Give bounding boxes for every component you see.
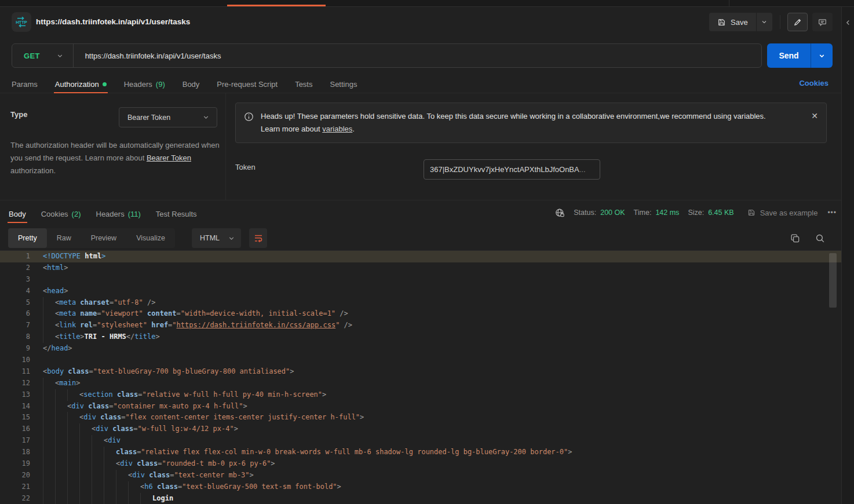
code-line: 6<meta name="viewport" content="width=de… bbox=[0, 308, 841, 320]
bearer-token-link[interactable]: Bearer Token bbox=[147, 154, 191, 162]
variables-link[interactable]: variables bbox=[322, 125, 352, 133]
response-tab-headers[interactable]: Headers(11) bbox=[96, 204, 141, 223]
indent-guide bbox=[67, 481, 79, 493]
response-meta: Status: 200 OK Time: 142 ms Size: 6.45 K… bbox=[555, 204, 837, 221]
send-options-button[interactable] bbox=[811, 43, 833, 68]
indent-guide bbox=[55, 458, 67, 470]
response-tab-test-results[interactable]: Test Results bbox=[156, 204, 197, 223]
tab-label: Body bbox=[183, 80, 200, 89]
code-line: 5<meta charset="utf-8" /> bbox=[0, 297, 841, 309]
view-tab-pretty[interactable]: Pretty bbox=[8, 228, 47, 248]
pencil-icon bbox=[793, 18, 802, 27]
code-line: 1<!DOCTYPE html> bbox=[0, 251, 841, 262]
indent-guide bbox=[67, 435, 79, 447]
format-select[interactable]: HTML bbox=[192, 228, 241, 248]
line-number: 22 bbox=[0, 493, 30, 504]
indent-guide bbox=[43, 470, 55, 481]
code-text: <!DOCTYPE html> bbox=[43, 251, 105, 262]
url-input[interactable]: https://dash.triinfotek.in/api/v1/user/t… bbox=[74, 52, 761, 60]
code-line: 17<div bbox=[0, 435, 841, 447]
token-ellipsis: ... bbox=[579, 165, 586, 174]
save-button[interactable]: Save bbox=[709, 13, 756, 31]
copy-icon[interactable] bbox=[789, 232, 801, 244]
cookies-link[interactable]: Cookies bbox=[799, 79, 829, 87]
tab-params[interactable]: Params bbox=[12, 75, 38, 93]
save-options-button[interactable] bbox=[756, 13, 772, 31]
save-as-example-button[interactable]: Save as example bbox=[747, 209, 818, 217]
search-icon[interactable] bbox=[813, 232, 826, 244]
indent-guide bbox=[104, 458, 116, 470]
app-window: HTTP https://dash.triinfotek.in/api/v1/u… bbox=[0, 0, 854, 504]
more-options-icon[interactable]: ••• bbox=[827, 209, 837, 217]
view-tab-visualize[interactable]: Visualize bbox=[126, 228, 175, 248]
comments-button[interactable] bbox=[812, 13, 833, 31]
code-line: 15<div class="flex content-center items-… bbox=[0, 412, 841, 423]
auth-type-select[interactable]: Bearer Token bbox=[119, 107, 217, 127]
tab-label: Headers bbox=[124, 80, 152, 89]
indent-guide bbox=[43, 435, 55, 447]
indent-guide bbox=[104, 447, 116, 458]
code-line: 20<div class="text-center mb-3"> bbox=[0, 470, 841, 481]
code-line: 3 bbox=[0, 274, 841, 286]
indent-guide bbox=[43, 297, 55, 309]
indent-guide bbox=[128, 493, 140, 504]
indent-guide bbox=[55, 470, 67, 481]
info-icon bbox=[244, 112, 254, 136]
chevron-down-icon bbox=[56, 52, 64, 60]
code-line: 21<h6 class="text-blueGray-500 text-sm f… bbox=[0, 481, 841, 493]
banner-close-button[interactable]: ✕ bbox=[811, 111, 818, 120]
code-line: 22Login bbox=[0, 493, 841, 504]
send-button[interactable]: Send bbox=[767, 43, 811, 68]
tab-tests[interactable]: Tests bbox=[295, 75, 312, 93]
indent-guide bbox=[79, 481, 92, 493]
indent-guide bbox=[79, 470, 92, 481]
line-number: 6 bbox=[0, 308, 30, 320]
view-tab-preview[interactable]: Preview bbox=[81, 228, 126, 248]
tab-authorization[interactable]: Authorization bbox=[55, 75, 107, 93]
indent-guide bbox=[55, 435, 67, 447]
code-text: <div class="rounded-t mb-0 px-6 py-6"> bbox=[43, 458, 275, 470]
indent-guide bbox=[55, 493, 67, 504]
collapse-sidebar-icon[interactable] bbox=[843, 17, 853, 28]
line-number: 18 bbox=[0, 447, 30, 458]
indent-guide bbox=[79, 493, 92, 504]
chevron-down-icon bbox=[761, 19, 768, 25]
editor-scrollbar[interactable] bbox=[829, 253, 837, 308]
tab-body[interactable]: Body bbox=[183, 75, 200, 93]
wrap-text-icon bbox=[254, 233, 263, 243]
indent-guide bbox=[104, 470, 116, 481]
tab-headers[interactable]: Headers(9) bbox=[124, 75, 165, 93]
indent-guide bbox=[92, 481, 104, 493]
code-text: <h6 class="text-blueGray-500 text-sm fon… bbox=[43, 481, 341, 493]
header-divider bbox=[780, 15, 780, 29]
response-body-editor: 1<!DOCTYPE html>2<html>34<head>5<meta ch… bbox=[0, 250, 841, 504]
token-input[interactable]: 367|BxZDUYkvv7jxHeYnctAPXthLbJfoOnBA... bbox=[424, 159, 600, 180]
format-value: HTML bbox=[200, 234, 220, 242]
indent-guide bbox=[67, 493, 79, 504]
code-line: 2<html> bbox=[0, 262, 841, 274]
indent-guide bbox=[43, 320, 55, 331]
tab-settings[interactable]: Settings bbox=[330, 75, 357, 93]
method-select[interactable]: GET bbox=[12, 44, 73, 67]
edit-button[interactable] bbox=[787, 13, 808, 31]
view-tab-raw[interactable]: Raw bbox=[47, 228, 81, 248]
code-text: <head> bbox=[43, 286, 68, 297]
tab-label: Cookies bbox=[41, 210, 68, 218]
response-tab-body[interactable]: Body bbox=[9, 204, 26, 223]
indent-guide bbox=[92, 493, 104, 504]
save-icon bbox=[717, 18, 726, 27]
request-title: https://dash.triinfotek.in/api/v1/user/t… bbox=[36, 17, 190, 26]
tab-count: (9) bbox=[156, 80, 165, 89]
code-text: class="relative flex flex-col min-w-0 br… bbox=[43, 447, 572, 458]
line-number: 9 bbox=[0, 343, 30, 355]
indent-guide bbox=[43, 481, 55, 493]
tab-label: Pre-request Script bbox=[217, 80, 278, 89]
code-text: <meta charset="utf-8" /> bbox=[43, 297, 155, 309]
code-line: 7<link rel="stylesheet" href="https://da… bbox=[0, 320, 841, 331]
response-tab-cookies[interactable]: Cookies(2) bbox=[41, 204, 81, 223]
tab-pre-request-script[interactable]: Pre-request Script bbox=[217, 75, 278, 93]
wrap-text-button[interactable] bbox=[249, 228, 267, 248]
chevron-down-icon bbox=[202, 114, 210, 121]
indent-guide bbox=[43, 458, 55, 470]
network-info-icon[interactable] bbox=[555, 208, 565, 218]
